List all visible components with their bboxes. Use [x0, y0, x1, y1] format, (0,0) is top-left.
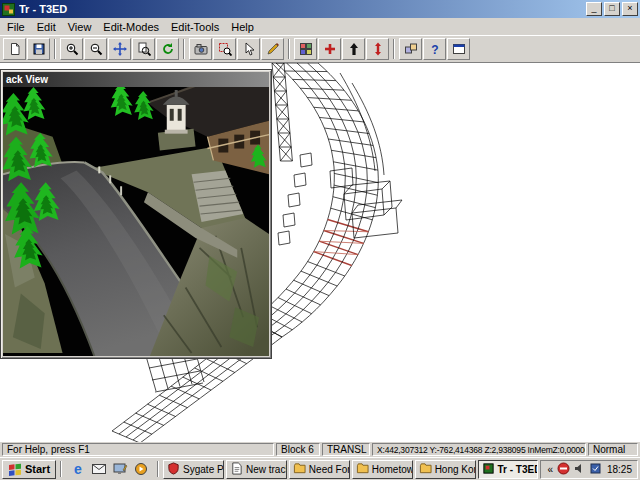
toolbar-separator	[54, 39, 56, 59]
status-bar: For Help, press F1 Block 6 TRANSL X:442,…	[0, 442, 640, 457]
start-button[interactable]: Start	[2, 460, 56, 479]
window-title: Tr - T3ED	[19, 3, 584, 15]
show-desktop-icon	[112, 461, 128, 477]
grid-toggle-button[interactable]	[294, 38, 317, 60]
pan-view-icon	[113, 42, 127, 56]
doc-icon	[230, 462, 243, 477]
toolbar: ?	[0, 35, 640, 62]
taskbar-separator	[60, 461, 62, 477]
media-player-quicklaunch[interactable]	[131, 460, 151, 479]
app-window: Tr - T3ED _ □ × FileEditViewEdit-ModesEd…	[0, 0, 640, 457]
block-list-button[interactable]	[399, 38, 422, 60]
toolbar-separator	[288, 39, 290, 59]
track-view-viewport[interactable]	[3, 87, 269, 356]
menu-help[interactable]: Help	[225, 19, 260, 35]
minimize-button[interactable]: _	[586, 2, 602, 16]
magnify-selection-button[interactable]	[213, 38, 236, 60]
taskbar-task[interactable]: Sygate Personal Fi...	[163, 460, 224, 479]
start-label: Start	[25, 463, 50, 475]
task-label: Sygate Personal Fi...	[183, 464, 224, 475]
status-state: Normal	[588, 443, 638, 456]
task-label: Hong Kong TD6	[435, 464, 476, 475]
new-file-icon	[8, 42, 22, 56]
status-help: For Help, press F1	[2, 443, 274, 456]
status-coordinates: X:442,307312 Y:-762,414368 Z:2,938095 In…	[372, 443, 586, 456]
taskbar-task[interactable]: Hong Kong TD6	[415, 460, 476, 479]
taskbar-separator	[157, 461, 159, 477]
title-bar[interactable]: Tr - T3ED _ □ ×	[0, 0, 640, 18]
taskbar-task[interactable]: New track project R...	[226, 460, 287, 479]
show-desktop-quicklaunch[interactable]	[110, 460, 130, 479]
folder-icon	[356, 462, 369, 477]
elevation-tool-button[interactable]	[366, 38, 389, 60]
maximize-button[interactable]: □	[604, 2, 620, 16]
save-file-icon	[32, 42, 46, 56]
save-file-button[interactable]	[27, 38, 50, 60]
task-label: Need For Speed Hig...	[309, 464, 350, 475]
internet-explorer-quicklaunch[interactable]: e	[68, 460, 88, 479]
taskbar: Start e Sygate Personal Fi...New track p…	[0, 457, 640, 480]
toolbar-separator	[183, 39, 185, 59]
taskbar-task[interactable]: Need For Speed Hig...	[289, 460, 350, 479]
raise-vertex-button[interactable]	[342, 38, 365, 60]
media-player-icon	[133, 461, 149, 477]
pan-view-button[interactable]	[108, 38, 131, 60]
internet-explorer-icon: e	[70, 461, 86, 477]
texture-tool-button[interactable]	[261, 38, 284, 60]
taskbar-task[interactable]: Hometown	[352, 460, 413, 479]
help-icon: ?	[428, 42, 442, 56]
task-label: Hometown	[372, 464, 413, 475]
elevation-tool-icon	[371, 42, 385, 56]
track-view-render	[3, 87, 269, 356]
tray-icons	[557, 462, 602, 477]
select-tool-button[interactable]	[237, 38, 260, 60]
system-tray: « 18:25	[540, 460, 638, 479]
track-view-title-bar[interactable]: ack View	[3, 72, 269, 87]
menu-edit-modes[interactable]: Edit-Modes	[97, 19, 165, 35]
add-block-button[interactable]	[318, 38, 341, 60]
zoom-extents-button[interactable]	[132, 38, 155, 60]
add-block-icon	[323, 42, 337, 56]
raise-vertex-icon	[347, 42, 361, 56]
close-button[interactable]: ×	[622, 2, 638, 16]
magnify-selection-icon	[218, 42, 232, 56]
about-icon	[452, 42, 466, 56]
help-button[interactable]: ?	[423, 38, 446, 60]
scheduler-icon[interactable]	[589, 462, 602, 477]
menu-view[interactable]: View	[62, 19, 98, 35]
outlook-icon	[91, 461, 107, 477]
sygate-status-icon[interactable]	[557, 462, 570, 477]
tray-expand-button[interactable]: «	[546, 464, 554, 475]
menu-edit-tools[interactable]: Edit-Tools	[165, 19, 225, 35]
outlook-quicklaunch[interactable]	[89, 460, 109, 479]
clock: 18:25	[607, 464, 632, 475]
wireframe-canvas[interactable]: ack View	[0, 62, 640, 442]
block-list-icon	[404, 42, 418, 56]
about-button[interactable]	[447, 38, 470, 60]
new-file-button[interactable]	[3, 38, 26, 60]
quick-launch: e	[66, 460, 153, 479]
svg-text:e: e	[74, 461, 82, 477]
refresh-view-icon	[161, 42, 175, 56]
menu-edit[interactable]: Edit	[31, 19, 62, 35]
windows-logo-icon	[8, 463, 22, 476]
status-mode: TRANSL	[322, 443, 370, 456]
status-block: Block 6	[276, 443, 320, 456]
app-icon	[2, 3, 15, 16]
app-icon	[482, 462, 495, 477]
task-buttons: Sygate Personal Fi...New track project R…	[163, 460, 538, 479]
task-label: Tr - T3ED	[498, 464, 539, 475]
volume-icon[interactable]	[573, 462, 586, 477]
taskbar-task[interactable]: Tr - T3ED	[478, 460, 539, 479]
zoom-out-icon	[89, 42, 103, 56]
camera-view-icon	[194, 42, 208, 56]
zoom-out-button[interactable]	[84, 38, 107, 60]
zoom-in-button[interactable]	[60, 38, 83, 60]
svg-text:?: ?	[431, 43, 438, 57]
toolbar-separator	[393, 39, 395, 59]
shield-icon	[167, 462, 180, 477]
refresh-view-button[interactable]	[156, 38, 179, 60]
track-view-window[interactable]: ack View	[0, 69, 272, 359]
camera-view-button[interactable]	[189, 38, 212, 60]
menu-file[interactable]: File	[1, 19, 31, 35]
